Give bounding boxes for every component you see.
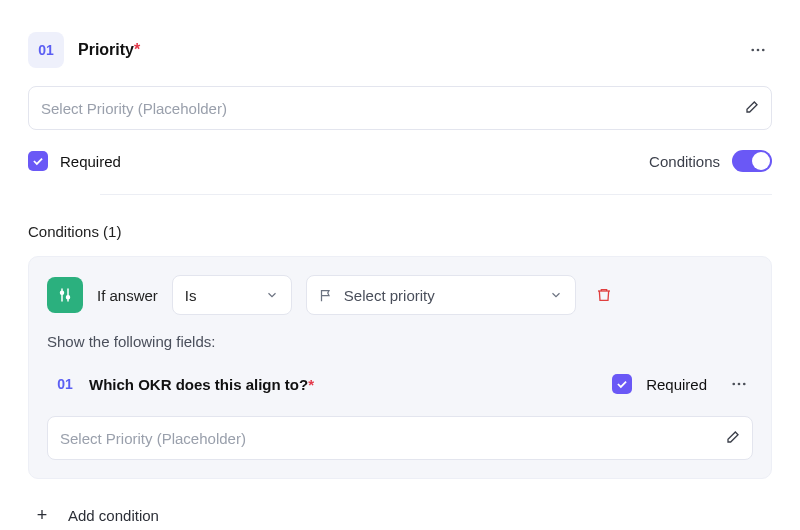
plus-icon: + [30, 505, 54, 526]
svg-point-0 [751, 49, 754, 52]
svg-point-6 [67, 296, 70, 299]
condition-block: If answer Is Select priority Show the fo… [28, 256, 772, 479]
conditions-toggle[interactable] [732, 150, 772, 172]
sub-required-checkbox[interactable] [612, 374, 632, 394]
svg-point-8 [738, 383, 741, 386]
sub-priority-placeholder: Select Priority (Placeholder) [60, 430, 246, 447]
svg-point-2 [762, 49, 765, 52]
sliders-icon [56, 286, 74, 304]
sub-field-number: 01 [47, 366, 83, 402]
condition-value-placeholder: Select priority [344, 287, 435, 304]
check-icon [31, 154, 45, 168]
conditions-label: Conditions [649, 153, 720, 170]
required-star: * [308, 376, 314, 393]
add-condition-label: Add condition [68, 507, 159, 524]
required-checkbox[interactable] [28, 151, 48, 171]
more-horizontal-icon [749, 41, 767, 59]
priority-select[interactable]: Select Priority (Placeholder) [28, 86, 772, 130]
show-fields-label: Show the following fields: [47, 333, 753, 350]
field-title: Priority* [78, 41, 140, 59]
svg-point-1 [757, 49, 760, 52]
trash-icon [596, 287, 612, 303]
svg-point-4 [61, 291, 64, 294]
sub-field-title-text: Which OKR does this align to? [89, 376, 308, 393]
field-title-text: Priority [78, 41, 134, 58]
check-icon [615, 377, 629, 391]
pencil-icon [724, 430, 740, 446]
if-answer-label: If answer [97, 287, 158, 304]
svg-point-9 [743, 383, 746, 386]
more-button[interactable] [744, 36, 772, 64]
condition-icon-badge [47, 277, 83, 313]
sub-edit-button[interactable] [724, 430, 740, 446]
edit-button[interactable] [743, 100, 759, 116]
sub-priority-select[interactable]: Select Priority (Placeholder) [47, 416, 753, 460]
conditions-heading: Conditions (1) [28, 223, 772, 240]
flag-icon [319, 288, 334, 303]
chevron-down-icon [265, 288, 279, 302]
sub-more-button[interactable] [725, 370, 753, 398]
chevron-down-icon [549, 288, 563, 302]
pencil-icon [743, 100, 759, 116]
operator-select[interactable]: Is [172, 275, 292, 315]
sub-field-title: Which OKR does this align to?* [89, 376, 314, 393]
operator-value: Is [185, 287, 197, 304]
required-label: Required [60, 153, 121, 170]
field-number-badge: 01 [28, 32, 64, 68]
sub-required-label: Required [646, 376, 707, 393]
required-star: * [134, 41, 140, 58]
priority-select-placeholder: Select Priority (Placeholder) [41, 100, 227, 117]
divider [100, 194, 772, 195]
svg-point-7 [732, 383, 735, 386]
condition-value-select[interactable]: Select priority [306, 275, 576, 315]
delete-condition-button[interactable] [590, 281, 618, 309]
more-horizontal-icon [730, 375, 748, 393]
add-condition-button[interactable]: + Add condition [28, 499, 772, 530]
